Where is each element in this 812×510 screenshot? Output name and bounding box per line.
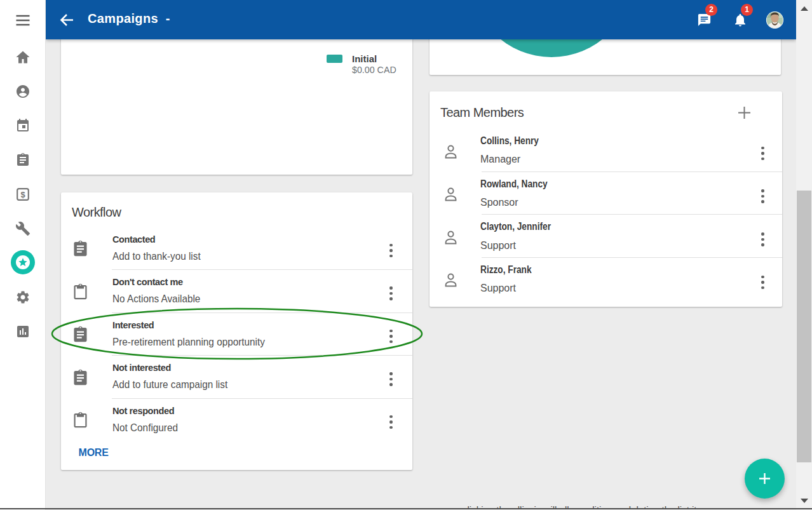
svg-text:$: $ (20, 190, 25, 199)
